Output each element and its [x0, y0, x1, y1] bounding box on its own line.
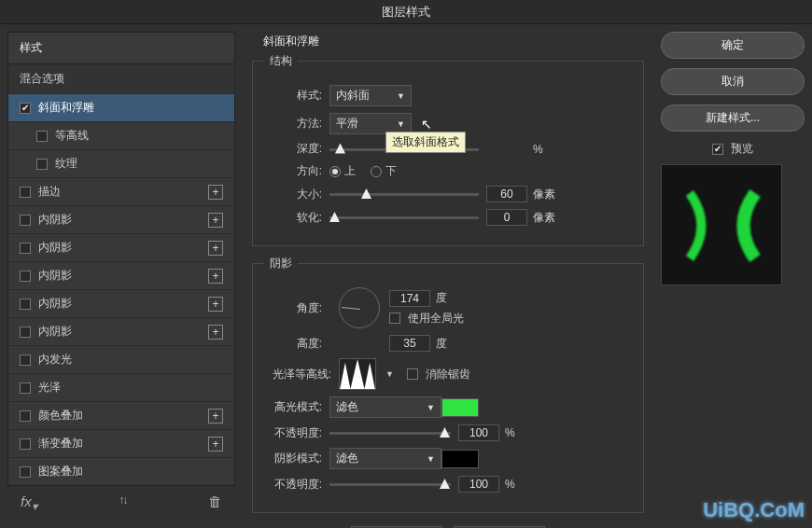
direction-label: 方向:: [264, 163, 322, 179]
preview-label: 预览: [731, 141, 753, 157]
technique-label: 方法:: [264, 116, 322, 132]
style-contour[interactable]: 等高线: [8, 121, 234, 149]
shadow-opacity-slider[interactable]: [329, 478, 451, 491]
style-texture[interactable]: 纹理: [8, 149, 234, 177]
preview-checkbox[interactable]: [712, 144, 723, 155]
checkbox-icon[interactable]: [20, 243, 31, 254]
checkbox-icon[interactable]: [36, 131, 48, 142]
plus-icon[interactable]: +: [208, 297, 223, 312]
style-bevel-emboss[interactable]: 斜面和浮雕: [8, 93, 234, 121]
checkbox-icon[interactable]: [20, 438, 31, 450]
chevron-down-icon: ▼: [397, 119, 405, 129]
altitude-input[interactable]: 35: [389, 335, 430, 352]
soften-input[interactable]: 0: [486, 209, 527, 226]
antialias-checkbox[interactable]: [407, 368, 418, 380]
gloss-contour-picker[interactable]: [339, 358, 376, 390]
radio-up[interactable]: [329, 166, 341, 177]
main-area: 样式 混合选项 斜面和浮雕 等高线 纹理 描边 + 内阴影: [0, 24, 812, 528]
angle-label: 角度:: [264, 300, 322, 316]
watermark: UiBQ.CoM: [703, 498, 805, 522]
plus-icon[interactable]: +: [208, 409, 223, 424]
row-label: 斜面和浮雕: [38, 100, 223, 116]
row-label: 内阴影: [38, 268, 208, 284]
row-label: 内阴影: [38, 240, 208, 256]
chevron-down-icon: ▼: [397, 91, 405, 101]
shading-group: 阴影 角度: 174 度 使用全局光 高度: 3: [252, 256, 644, 513]
angle-dial[interactable]: [339, 287, 380, 328]
style-inner-shadow[interactable]: 内阴影 +: [8, 317, 234, 345]
structure-legend: 结构: [264, 53, 298, 69]
checkbox-icon[interactable]: [20, 103, 31, 114]
plus-icon[interactable]: +: [208, 437, 223, 452]
checkbox-icon[interactable]: [20, 215, 31, 226]
style-inner-shadow[interactable]: 内阴影 +: [8, 289, 234, 317]
checkbox-icon[interactable]: [20, 466, 31, 478]
checkbox-icon[interactable]: [20, 299, 31, 310]
highlight-opacity-input[interactable]: 100: [458, 424, 499, 441]
styles-header: 样式: [8, 33, 234, 63]
angle-unit: 度: [436, 290, 464, 306]
style-stroke[interactable]: 描边 +: [8, 177, 234, 205]
checkbox-icon[interactable]: [20, 354, 31, 366]
checkbox-icon[interactable]: [20, 327, 31, 338]
fx-menu-icon[interactable]: fx▾: [21, 493, 37, 513]
angle-input[interactable]: 174: [389, 290, 430, 307]
structure-group: 结构 样式: 内斜面 ▼ 方法: 平滑 ▼ ↖ 选取斜面格式 深度:: [252, 53, 644, 246]
size-input[interactable]: 60: [486, 186, 527, 202]
highlight-mode-select[interactable]: 滤色 ▼: [329, 396, 441, 418]
checkbox-icon[interactable]: [20, 410, 31, 422]
reorder-icon[interactable]: ↑↓: [119, 493, 126, 513]
style-inner-glow[interactable]: 内发光: [8, 345, 234, 373]
row-label: 光泽: [38, 380, 223, 396]
plus-icon[interactable]: +: [208, 269, 223, 284]
row-label: 等高线: [55, 128, 223, 144]
style-inner-shadow[interactable]: 内阴影 +: [8, 205, 234, 233]
plus-icon[interactable]: +: [208, 213, 223, 228]
gloss-contour-label: 光泽等高线:: [264, 367, 331, 382]
shadow-color-swatch[interactable]: [441, 450, 479, 468]
plus-icon[interactable]: +: [208, 185, 223, 200]
cancel-button[interactable]: 取消: [661, 68, 805, 95]
style-pattern-overlay[interactable]: 图案叠加: [8, 457, 234, 485]
new-style-button[interactable]: 新建样式...: [661, 104, 805, 132]
style-list-footer: fx▾ ↑↓ 🗑: [7, 486, 235, 521]
style-select[interactable]: 内斜面 ▼: [329, 85, 412, 106]
preview-thumbnail: [661, 164, 782, 285]
row-label: 图案叠加: [38, 464, 223, 479]
plus-icon[interactable]: +: [208, 325, 223, 340]
panel-title: 斜面和浮雕: [263, 34, 644, 49]
checkbox-icon[interactable]: [20, 271, 31, 282]
size-slider[interactable]: [329, 188, 479, 201]
plus-icon[interactable]: +: [208, 241, 223, 256]
shadow-opacity-input[interactable]: 100: [458, 476, 499, 493]
style-color-overlay[interactable]: 颜色叠加 +: [8, 401, 234, 429]
highlight-color-swatch[interactable]: [441, 398, 479, 417]
highlight-opacity-unit: %: [505, 426, 533, 439]
global-light-checkbox[interactable]: [389, 313, 400, 324]
chevron-down-icon[interactable]: ▼: [385, 369, 394, 379]
radio-down[interactable]: [371, 166, 382, 177]
trash-icon[interactable]: 🗑: [208, 493, 222, 513]
shadow-opacity-unit: %: [505, 478, 533, 491]
highlight-opacity-slider[interactable]: [329, 426, 451, 439]
size-unit: 像素: [533, 187, 561, 202]
chevron-down-icon: ▼: [427, 454, 435, 464]
style-gradient-overlay[interactable]: 渐变叠加 +: [8, 429, 234, 457]
ok-button[interactable]: 确定: [661, 32, 805, 59]
soften-slider[interactable]: [329, 211, 479, 224]
row-label: 内阴影: [38, 212, 208, 228]
row-label: 描边: [38, 184, 208, 200]
checkbox-icon[interactable]: [20, 382, 31, 394]
style-inner-shadow[interactable]: 内阴影 +: [8, 233, 234, 261]
size-label: 大小:: [264, 187, 322, 202]
checkbox-icon[interactable]: [20, 187, 31, 198]
shading-legend: 阴影: [264, 256, 298, 271]
style-inner-shadow[interactable]: 内阴影 +: [8, 261, 234, 289]
shadow-mode-label: 阴影模式:: [264, 451, 322, 466]
highlight-opacity-label: 不透明度:: [264, 425, 322, 441]
checkbox-icon[interactable]: [36, 159, 48, 170]
blending-options[interactable]: 混合选项: [8, 63, 234, 93]
up-label: 上: [344, 163, 356, 179]
style-satin[interactable]: 光泽: [8, 373, 234, 401]
shadow-mode-select[interactable]: 滤色 ▼: [329, 448, 441, 469]
